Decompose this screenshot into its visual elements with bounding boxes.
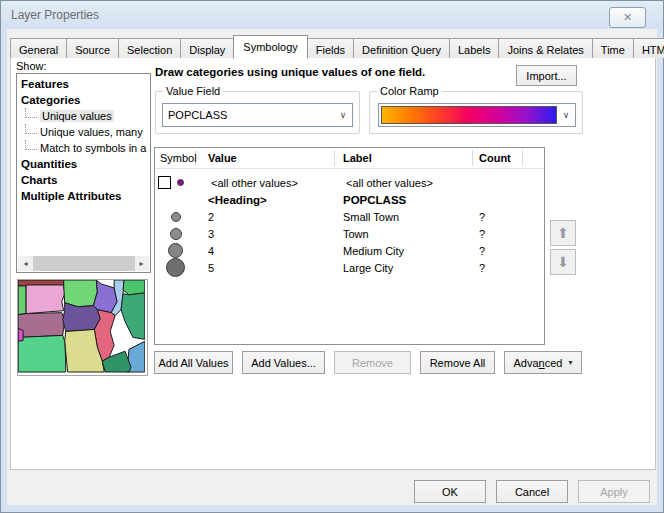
tab-symbology[interactable]: Symbology <box>233 35 307 59</box>
tree-item-quantities[interactable]: Quantities <box>17 156 150 172</box>
table-row-all-other-values[interactable]: <all other values> <all other values> <box>155 174 544 191</box>
scroll-thumb[interactable] <box>33 256 135 271</box>
tab-time[interactable]: Time <box>592 38 634 58</box>
table-row-large-city[interactable]: 5 Large City ? <box>155 259 544 276</box>
tree-branch-icon <box>25 124 37 134</box>
move-down-button[interactable]: ⬇ <box>550 249 576 275</box>
symbol-dot-icon[interactable] <box>168 243 183 258</box>
symbol-dot-icon[interactable] <box>170 228 182 240</box>
column-header-symbol[interactable]: Symbol <box>155 150 196 166</box>
chevron-down-icon: ∨ <box>334 110 352 120</box>
symbology-page: Show: Features Categories Unique values … <box>10 57 656 470</box>
move-up-button[interactable]: ⬆ <box>550 220 576 246</box>
tree-branch-icon <box>25 108 37 118</box>
cancel-button[interactable]: Cancel <box>496 480 568 503</box>
add-all-values-button[interactable]: Add All Values <box>154 351 233 374</box>
tree-branch-icon <box>25 140 37 150</box>
table-row-small-town[interactable]: 2 Small Town ? <box>155 208 544 225</box>
advanced-button[interactable]: Advanced ▾ <box>504 351 582 374</box>
tab-general[interactable]: General <box>10 38 67 58</box>
tab-labels[interactable]: Labels <box>449 38 499 58</box>
tab-selection[interactable]: Selection <box>118 38 181 58</box>
layer-preview-thumbnail <box>17 279 148 376</box>
symbol-dot-icon[interactable] <box>171 212 181 222</box>
column-header-count[interactable]: Count <box>473 150 523 166</box>
window-frame-bottom <box>1 505 663 512</box>
ok-button[interactable]: OK <box>414 480 486 503</box>
chevron-down-icon: ∨ <box>557 110 575 120</box>
symbol-dot-icon <box>177 179 184 186</box>
tab-source[interactable]: Source <box>66 38 119 58</box>
table-row-medium-city[interactable]: 4 Medium City ? <box>155 242 544 259</box>
window-frame-right <box>657 29 663 505</box>
values-table-header[interactable]: Symbol Value Label Count <box>155 148 544 169</box>
arrow-up-icon: ⬆ <box>557 225 569 241</box>
tree-horizontal-scrollbar[interactable]: ◂ ▸ <box>18 256 149 271</box>
tree-item-unique-values[interactable]: Unique values <box>17 108 150 124</box>
tree-item-charts[interactable]: Charts <box>17 172 150 188</box>
symbol-dot-icon[interactable] <box>166 258 185 277</box>
layer-properties-dialog: Layer Properties ✕ General Source Select… <box>0 0 664 513</box>
all-other-values-checkbox[interactable] <box>158 176 171 189</box>
dropdown-arrow-icon: ▾ <box>568 358 572 367</box>
apply-button[interactable]: Apply <box>578 480 650 503</box>
map-preview-svg <box>18 280 145 373</box>
tab-display[interactable]: Display <box>180 38 234 58</box>
show-label: Show: <box>16 60 47 72</box>
values-table: Symbol Value Label Count <all other valu… <box>154 147 545 345</box>
add-values-button[interactable]: Add Values... <box>242 351 325 374</box>
close-button[interactable]: ✕ <box>609 7 646 28</box>
arrow-down-icon: ⬇ <box>557 254 569 270</box>
tree-item-features[interactable]: Features <box>17 76 150 92</box>
scroll-left-icon[interactable]: ◂ <box>18 256 33 271</box>
window-title: Layer Properties <box>11 8 99 22</box>
value-field-group: Value Field POPCLASS ∨ <box>155 91 360 134</box>
table-row-town[interactable]: 3 Town ? <box>155 225 544 242</box>
value-field-label: Value Field <box>163 85 223 97</box>
dialog-content: General Source Selection Display Symbolo… <box>7 29 657 505</box>
scroll-right-icon[interactable]: ▸ <box>134 256 149 271</box>
title-bar[interactable]: Layer Properties ✕ <box>1 1 663 29</box>
column-header-value[interactable]: Value <box>196 150 335 166</box>
tree-item-multiple-attributes[interactable]: Multiple Attributes <box>17 188 150 204</box>
table-actions: Add All Values Add Values... Remove Remo… <box>154 351 591 374</box>
tab-html-popup[interactable]: HTML Popup <box>633 38 664 58</box>
color-ramp-dropdown[interactable]: ∨ <box>378 103 576 127</box>
remove-button[interactable]: Remove <box>334 351 411 374</box>
table-row-heading[interactable]: <Heading> POPCLASS <box>155 191 544 208</box>
tree-item-categories[interactable]: Categories <box>17 92 150 108</box>
value-field-selected: POPCLASS <box>163 109 334 121</box>
color-ramp-bar <box>381 106 557 124</box>
tab-definition-query[interactable]: Definition Query <box>353 38 450 58</box>
column-header-label[interactable]: Label <box>335 150 473 166</box>
tree-item-match-to-symbols[interactable]: Match to symbols in a <box>17 140 150 156</box>
tab-strip: General Source Selection Display Symbolo… <box>10 35 664 58</box>
tree-item-unique-values-many[interactable]: Unique values, many <box>17 124 150 140</box>
remove-all-button[interactable]: Remove All <box>420 351 495 374</box>
color-ramp-group: Color Ramp ∨ <box>369 91 583 134</box>
value-field-dropdown[interactable]: POPCLASS ∨ <box>162 103 353 127</box>
import-button[interactable]: Import... <box>516 65 577 86</box>
tab-fields[interactable]: Fields <box>307 38 354 58</box>
show-tree: Features Categories Unique values Unique… <box>16 73 151 273</box>
panel-heading: Draw categories using unique values of o… <box>155 66 425 78</box>
color-ramp-label: Color Ramp <box>377 85 442 97</box>
tab-joins-relates[interactable]: Joins & Relates <box>498 38 592 58</box>
values-table-body: <all other values> <all other values> <H… <box>155 169 544 276</box>
close-icon: ✕ <box>623 11 632 24</box>
